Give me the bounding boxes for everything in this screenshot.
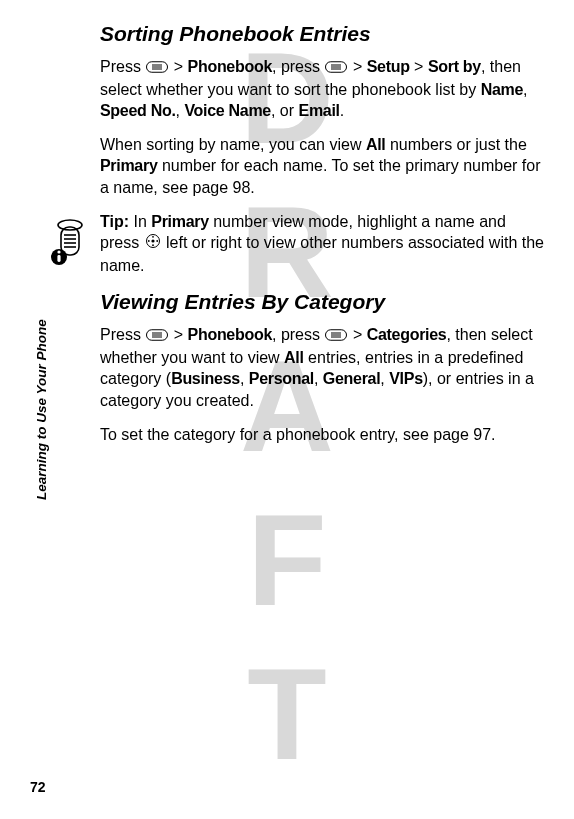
kw-business: Business	[171, 370, 240, 387]
text: >	[348, 326, 366, 343]
kw-email: Email	[299, 102, 340, 119]
kw-categories: Categories	[367, 326, 447, 343]
text: , or	[271, 102, 299, 119]
menu-key-icon	[325, 325, 347, 347]
svg-point-19	[152, 236, 154, 238]
section-sorting-title: Sorting Phonebook Entries	[100, 22, 544, 46]
text: >	[169, 326, 187, 343]
phone-info-icon	[48, 217, 90, 271]
kw-name: Name	[481, 81, 523, 98]
kw-vips: VIPs	[389, 370, 423, 387]
menu-key-icon	[325, 57, 347, 79]
kw-personal: Personal	[249, 370, 314, 387]
kw-sortby: Sort by	[428, 58, 481, 75]
menu-key-icon	[146, 325, 168, 347]
text: number for each name. To set the primary…	[100, 157, 541, 196]
text: ,	[523, 81, 527, 98]
kw-primary: Primary	[100, 157, 158, 174]
tip-text: Tip: In Primary number view mode, highli…	[100, 211, 544, 277]
svg-point-8	[58, 220, 82, 230]
text: When sorting by name, you can view	[100, 136, 366, 153]
kw-phonebook: Phonebook	[188, 58, 272, 75]
kw-primary: Primary	[151, 213, 209, 230]
viewing-paragraph-2: To set the category for a phonebook entr…	[100, 424, 544, 446]
svg-point-20	[152, 244, 154, 246]
text: >	[410, 58, 428, 75]
svg-point-15	[57, 250, 60, 253]
kw-setup: Setup	[367, 58, 410, 75]
text: Press	[100, 326, 145, 343]
kw-all: All	[366, 136, 386, 153]
text: ,	[380, 370, 389, 387]
sorting-paragraph-2: When sorting by name, you can view All n…	[100, 134, 544, 199]
kw-general: General	[323, 370, 381, 387]
viewing-paragraph-1: Press > Phonebook, press > Categories, t…	[100, 324, 544, 411]
svg-point-21	[147, 240, 149, 242]
navigation-icon	[145, 233, 161, 255]
svg-point-22	[156, 240, 158, 242]
kw-all: All	[284, 349, 304, 366]
text: ,	[314, 370, 323, 387]
text: Press	[100, 58, 145, 75]
text: ,	[240, 370, 249, 387]
menu-key-icon	[146, 57, 168, 79]
tip-label: Tip:	[100, 213, 129, 230]
kw-speed: Speed No.	[100, 102, 176, 119]
page-number: 72	[30, 779, 46, 795]
svg-point-18	[151, 239, 154, 242]
text: left or right to view other numbers asso…	[100, 234, 544, 274]
svg-rect-16	[57, 255, 60, 262]
sorting-paragraph-1: Press > Phonebook, press > Setup > Sort …	[100, 56, 544, 122]
text: , press	[272, 58, 324, 75]
text: , press	[272, 326, 324, 343]
text: >	[348, 58, 366, 75]
page-content: Sorting Phonebook Entries Press > Phoneb…	[0, 0, 574, 445]
kw-voice: Voice Name	[184, 102, 271, 119]
section-viewing-title: Viewing Entries By Category	[100, 290, 544, 314]
text: .	[340, 102, 344, 119]
tip-block: Tip: In Primary number view mode, highli…	[48, 211, 544, 277]
text: >	[169, 58, 187, 75]
text: numbers or just the	[385, 136, 526, 153]
text: In	[129, 213, 151, 230]
kw-phonebook: Phonebook	[188, 326, 272, 343]
